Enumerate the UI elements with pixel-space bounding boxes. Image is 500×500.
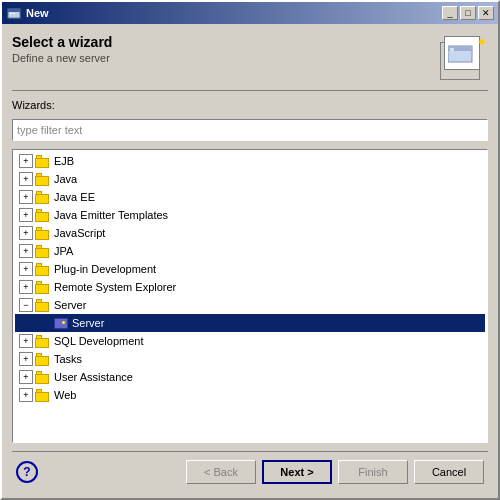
tree-item-label: Java	[54, 173, 77, 185]
tree-item-plugin-dev[interactable]: + Plug-in Development	[15, 260, 485, 278]
tree-item-jpa[interactable]: + JPA	[15, 242, 485, 260]
window-content: Select a wizard Define a new server ✦ Wi…	[2, 24, 498, 498]
server-icon	[53, 317, 69, 330]
expand-icon[interactable]: +	[19, 226, 33, 240]
tree-item-label: EJB	[54, 155, 74, 167]
title-bar: New _ □ ✕	[2, 2, 498, 24]
folder-icon	[35, 335, 51, 348]
folder-icon	[35, 353, 51, 366]
tree-item-sql-dev[interactable]: + SQL Development	[15, 332, 485, 350]
expand-icon[interactable]: +	[19, 172, 33, 186]
expand-icon[interactable]: +	[19, 280, 33, 294]
minimize-button[interactable]: _	[442, 6, 458, 20]
tree-item-javascript[interactable]: + JavaScript	[15, 224, 485, 242]
cancel-button[interactable]: Cancel	[414, 460, 484, 484]
bottom-left: ?	[16, 461, 38, 483]
folder-icon	[35, 155, 51, 168]
wizard-icon-fg	[444, 36, 480, 70]
dialog-window: New _ □ ✕ Select a wizard Define a new s…	[0, 0, 500, 500]
header-section: Select a wizard Define a new server ✦	[12, 34, 488, 91]
folder-icon	[35, 389, 51, 402]
expand-icon[interactable]: +	[19, 190, 33, 204]
expand-icon[interactable]: +	[19, 334, 33, 348]
expand-icon[interactable]: +	[19, 352, 33, 366]
expand-icon[interactable]: +	[19, 154, 33, 168]
wizard-title: Select a wizard	[12, 34, 112, 50]
svg-rect-2	[10, 13, 12, 14]
tree-item-user-assistance[interactable]: + User Assistance	[15, 368, 485, 386]
back-button[interactable]: < Back	[186, 460, 256, 484]
tree-item-label: JPA	[54, 245, 73, 257]
filter-input[interactable]	[12, 119, 488, 141]
finish-button[interactable]: Finish	[338, 460, 408, 484]
tree-item-web[interactable]: + Web	[15, 386, 485, 404]
tree-item-label: Server	[54, 299, 86, 311]
folder-icon	[35, 227, 51, 240]
title-bar-buttons: _ □ ✕	[442, 6, 494, 20]
bottom-right: < Back Next > Finish Cancel	[186, 460, 484, 484]
expand-icon[interactable]: +	[19, 388, 33, 402]
maximize-button[interactable]: □	[460, 6, 476, 20]
header-text: Select a wizard Define a new server	[12, 34, 112, 64]
folder-icon	[35, 245, 51, 258]
tree-item-javaee[interactable]: + Java EE	[15, 188, 485, 206]
tree-item-label: Web	[54, 389, 76, 401]
tree-item-java[interactable]: + Java	[15, 170, 485, 188]
tree-item-server[interactable]: − Server	[15, 296, 485, 314]
window-icon	[6, 5, 22, 21]
wizards-label: Wizards:	[12, 99, 488, 111]
tree-item-label: Remote System Explorer	[54, 281, 176, 293]
window-title: New	[26, 7, 442, 19]
tree-item-tasks[interactable]: + Tasks	[15, 350, 485, 368]
wizard-icon: ✦	[440, 34, 488, 82]
svg-rect-6	[450, 48, 454, 51]
folder-icon	[35, 371, 51, 384]
svg-rect-3	[13, 13, 15, 14]
expand-icon[interactable]: +	[19, 244, 33, 258]
indent-spacer	[37, 316, 51, 330]
folder-icon	[35, 299, 51, 312]
tree-item-label: Tasks	[54, 353, 82, 365]
next-button[interactable]: Next >	[262, 460, 332, 484]
collapse-icon[interactable]: −	[19, 298, 33, 312]
close-button[interactable]: ✕	[478, 6, 494, 20]
expand-icon[interactable]: +	[19, 262, 33, 276]
tree-item-label: Plug-in Development	[54, 263, 156, 275]
tree-item-ejb[interactable]: + EJB	[15, 152, 485, 170]
help-button[interactable]: ?	[16, 461, 38, 483]
sparkle-icon: ✦	[476, 34, 488, 50]
folder-icon	[35, 173, 51, 186]
tree-item-label: User Assistance	[54, 371, 133, 383]
bottom-bar: ? < Back Next > Finish Cancel	[12, 451, 488, 488]
expand-icon[interactable]: +	[19, 208, 33, 222]
tree-item-label: Server	[72, 317, 104, 329]
wizard-subtitle: Define a new server	[12, 52, 112, 64]
tree-item-remote-explorer[interactable]: + Remote System Explorer	[15, 278, 485, 296]
folder-icon	[35, 263, 51, 276]
tree-item-label: SQL Development	[54, 335, 143, 347]
tree-item-java-emitter[interactable]: + Java Emitter Templates	[15, 206, 485, 224]
tree-item-label: JavaScript	[54, 227, 105, 239]
tree-item-server-child[interactable]: Server	[15, 314, 485, 332]
folder-icon	[35, 209, 51, 222]
svg-rect-1	[8, 9, 20, 12]
tree-item-label: Java EE	[54, 191, 95, 203]
wizard-tree[interactable]: + EJB+ Java+ Java EE+ Java Emitter Templ…	[12, 149, 488, 443]
expand-icon[interactable]: +	[19, 370, 33, 384]
folder-icon	[35, 281, 51, 294]
tree-item-label: Java Emitter Templates	[54, 209, 168, 221]
folder-icon	[35, 191, 51, 204]
